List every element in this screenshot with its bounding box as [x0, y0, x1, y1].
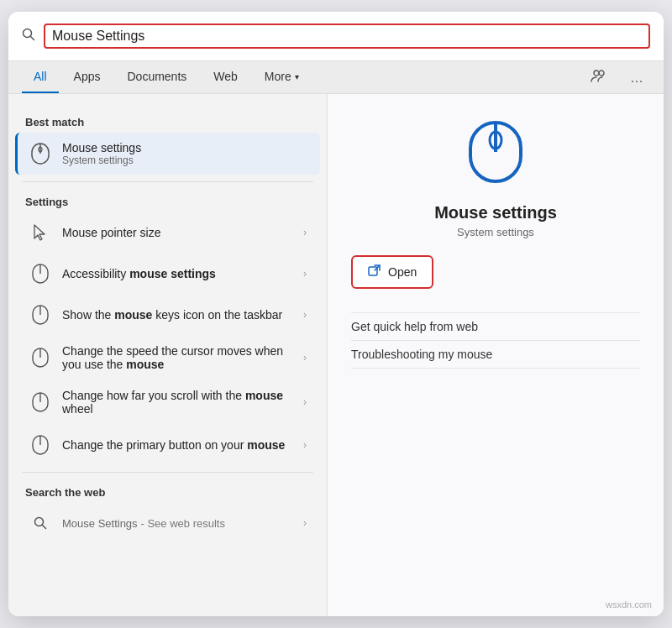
settings-item-accessibility-text: Accessibility mouse settings [62, 267, 303, 280]
people-icon[interactable] [585, 62, 612, 93]
settings-item-mouse-keys-text: Show the mouse keys icon on the taskbar [62, 308, 303, 322]
preview-subtitle: System settings [457, 226, 534, 238]
settings-item-scroll[interactable]: Change how far you scroll with the mouse… [15, 380, 320, 424]
preview-mouse-icon [458, 114, 533, 190]
chevron-right-icon-1: › [303, 227, 307, 238]
web-search-label: Search the web [8, 479, 327, 502]
cursor-speed-icon [29, 346, 52, 369]
chevron-right-icon-6: › [303, 439, 307, 451]
settings-item-cursor-speed[interactable]: Change the speed the cursor moves when y… [15, 336, 320, 379]
settings-item-accessibility[interactable]: Accessibility mouse settings › [15, 254, 320, 294]
primary-button-icon [29, 433, 52, 457]
web-search-item[interactable]: Mouse Settings - See web results › [15, 503, 320, 543]
divider-2 [22, 472, 313, 473]
more-options-icon[interactable]: … [625, 64, 650, 92]
settings-item-scroll-text: Change how far you scroll with the mouse… [62, 389, 303, 416]
settings-item-scroll-title: Change how far you scroll with the mouse… [62, 389, 303, 416]
settings-section-label: Settings [8, 189, 327, 212]
settings-item-pointer-size-text: Mouse pointer size [62, 226, 303, 239]
divider-1 [22, 181, 313, 182]
main-content: Best match Mouse settings System setting… [8, 94, 664, 616]
help-link-troubleshoot[interactable]: Troubleshooting my mouse [351, 341, 640, 369]
svg-point-3 [599, 71, 604, 76]
open-label: Open [388, 265, 417, 279]
best-match-text: Mouse settings System settings [62, 141, 307, 166]
mouse-keys-icon [29, 303, 52, 327]
right-panel: Mouse settings System settings Open Get … [328, 94, 664, 616]
chevron-right-icon-5: › [303, 396, 307, 408]
best-match-label: Best match [8, 109, 327, 132]
left-panel: Best match Mouse settings System setting… [8, 94, 328, 616]
best-match-title: Mouse settings [62, 141, 307, 154]
scroll-icon [29, 390, 52, 414]
web-search-text: Mouse Settings - See web results [62, 516, 225, 530]
search-bar [8, 12, 664, 61]
svg-point-2 [594, 71, 599, 76]
help-link-quick[interactable]: Get quick help from web [351, 312, 640, 341]
svg-line-18 [43, 526, 46, 529]
chevron-right-icon-3: › [303, 309, 307, 321]
watermark: wsxdn.com [606, 599, 652, 610]
settings-item-primary-button-text: Change the primary button on your mouse [62, 438, 303, 452]
best-match-item[interactable]: Mouse settings System settings [15, 133, 320, 175]
mouse-pointer-icon [29, 221, 52, 244]
settings-item-accessibility-title: Accessibility mouse settings [62, 267, 303, 280]
settings-item-mouse-keys-title: Show the mouse keys icon on the taskbar [62, 308, 303, 322]
tab-all[interactable]: All [22, 61, 59, 93]
chevron-right-icon-4: › [303, 352, 307, 364]
settings-item-primary-button[interactable]: Change the primary button on your mouse … [15, 425, 320, 465]
settings-item-pointer-size-title: Mouse pointer size [62, 226, 303, 239]
chevron-right-icon-web: › [303, 517, 307, 529]
settings-item-primary-button-title: Change the primary button on your mouse [62, 438, 303, 452]
nav-tabs: All Apps Documents Web More ▾ … [8, 61, 664, 94]
mouse-settings-icon [29, 142, 52, 165]
web-search-icon [29, 511, 52, 535]
tab-more[interactable]: More ▾ [253, 61, 311, 93]
settings-item-cursor-speed-text: Change the speed the cursor moves when y… [62, 344, 303, 371]
settings-item-mouse-keys-icon[interactable]: Show the mouse keys icon on the taskbar … [15, 295, 320, 335]
tab-web[interactable]: Web [202, 61, 249, 93]
search-input[interactable] [44, 24, 650, 49]
help-links: Get quick help from web Troubleshooting … [351, 312, 640, 369]
preview-title: Mouse settings [434, 203, 557, 222]
mouse-accessibility-icon [29, 262, 52, 285]
search-icon [22, 28, 35, 44]
settings-item-pointer-size[interactable]: Mouse pointer size › [15, 212, 320, 253]
tab-apps[interactable]: Apps [62, 61, 113, 93]
svg-line-1 [31, 37, 34, 40]
open-button[interactable]: Open [351, 255, 433, 289]
chevron-right-icon-2: › [303, 268, 307, 280]
chevron-down-icon: ▾ [295, 72, 299, 81]
settings-item-cursor-speed-title: Change the speed the cursor moves when y… [62, 344, 303, 371]
tab-documents[interactable]: Documents [115, 61, 198, 93]
best-match-subtitle: System settings [62, 154, 307, 166]
open-external-icon [368, 264, 381, 280]
